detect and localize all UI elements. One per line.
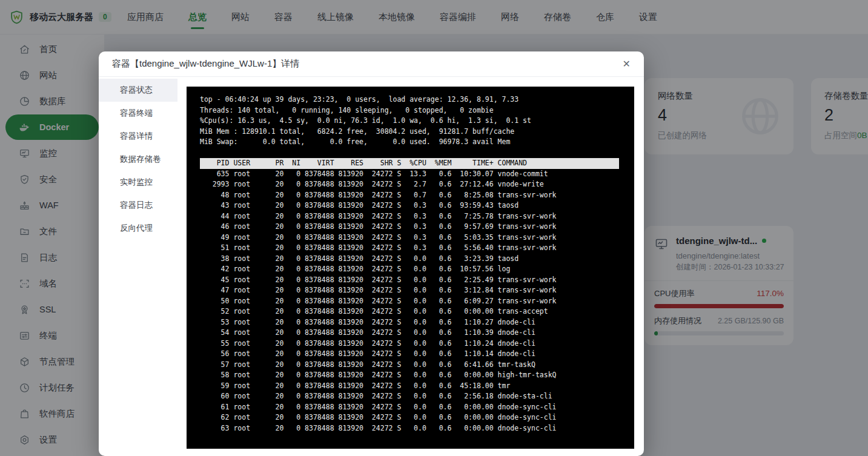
terminal-process-row: 54 root 20 0 8378488 813920 24272 S 0.0 …: [200, 328, 634, 339]
close-icon[interactable]: ✕: [623, 59, 631, 69]
terminal-line: %Cpu(s): 16.3 us, 4.5 sy, 0.0 ni, 76.3 i…: [200, 116, 634, 127]
terminal-process-row: 2993 root 20 0 8378488 813920 24272 S 2.…: [200, 179, 634, 190]
terminal-process-row: 48 root 20 0 8378488 813920 24272 S 0.7 …: [200, 190, 634, 201]
terminal-process-row: 49 root 20 0 8378488 813920 24272 S 0.3 …: [200, 233, 634, 243]
modal-menu-item[interactable]: 容器终端: [99, 102, 177, 125]
terminal-process-row: 55 root 20 0 8378488 813920 24272 S 0.0 …: [200, 339, 634, 349]
terminal-process-row: 50 root 20 0 8378488 813920 24272 S 0.0 …: [200, 296, 634, 307]
modal-menu-item[interactable]: 容器详情: [99, 125, 177, 148]
modal-header: 容器【tdengine_wjlw-tdengine_WJLw-1】详情 ✕: [99, 51, 644, 77]
terminal-line: MiB Mem : 128910.1 total, 6824.2 free, 3…: [200, 127, 634, 137]
terminal-process-row: 53 root 20 0 8378488 813920 24272 S 0.0 …: [200, 317, 634, 328]
terminal-blank-line: [200, 148, 634, 159]
terminal-process-row: 61 root 20 0 8378488 813920 24272 S 0.0 …: [200, 402, 634, 413]
terminal-process-row: 46 root 20 0 8378488 813920 24272 S 0.3 …: [200, 222, 634, 233]
terminal-process-row: 62 root 20 0 8378488 813920 24272 S 0.0 …: [200, 412, 634, 423]
modal-body: 容器状态 容器终端 容器详情 数据存储卷 实时监控 容器日志 反向代理: [99, 77, 644, 456]
container-detail-modal: 容器【tdengine_wjlw-tdengine_WJLw-1】详情 ✕ 容器…: [99, 51, 644, 456]
terminal-line: Threads: 140 total, 0 running, 140 sleep…: [200, 105, 634, 116]
modal-content: top - 06:40:24 up 39 days, 23:23, 0 user…: [177, 77, 644, 456]
terminal-process-row: 635 root 20 0 8378488 813920 24272 S 13.…: [200, 169, 634, 180]
modal-menu-item[interactable]: 数据存储卷: [99, 148, 177, 171]
app-screen: 移动云大服务器 0 应用商店 总览 网站 容器 线上镜像 本地镜像 容器编排 网…: [0, 0, 868, 456]
terminal-process-row: 45 root 20 0 8378488 813920 24272 S 0.0 …: [200, 275, 634, 286]
terminal-process-rows: 635 root 20 0 8378488 813920 24272 S 13.…: [200, 169, 634, 434]
modal-title: 容器【tdengine_wjlw-tdengine_WJLw-1】详情: [112, 58, 299, 70]
terminal-process-row: 57 root 20 0 8378488 813920 24272 S 0.0 …: [200, 360, 634, 371]
terminal-process-row: 42 root 20 0 8378488 813920 24272 S 0.0 …: [200, 264, 634, 275]
modal-menu: 容器状态 容器终端 容器详情 数据存储卷 实时监控 容器日志 反向代理: [99, 77, 177, 456]
terminal-summary: top - 06:40:24 up 39 days, 23:23, 0 user…: [200, 94, 634, 148]
terminal-line: top - 06:40:24 up 39 days, 23:23, 0 user…: [200, 94, 634, 105]
modal-menu-item[interactable]: 容器状态: [99, 79, 177, 102]
container-terminal[interactable]: top - 06:40:24 up 39 days, 23:23, 0 user…: [187, 87, 634, 449]
modal-menu-item[interactable]: 实时监控: [99, 171, 177, 194]
terminal-line: MiB Swap: 0.0 total, 0.0 free, 0.0 used.…: [200, 137, 634, 148]
terminal-process-row: 44 root 20 0 8378488 813920 24272 S 0.3 …: [200, 211, 634, 222]
terminal-process-row: 47 root 20 0 8378488 813920 24272 S 0.0 …: [200, 285, 634, 296]
terminal-process-row: 52 root 20 0 8378488 813920 24272 S 0.0 …: [200, 306, 634, 317]
terminal-process-row: 51 root 20 0 8378488 813920 24272 S 0.3 …: [200, 243, 634, 254]
terminal-table-header-row: PID USER PR NI VIRT RES SHR S %CPU %MEM …: [200, 158, 634, 169]
terminal-process-row: 60 root 20 0 8378488 813920 24272 S 0.0 …: [200, 391, 634, 402]
modal-menu-item[interactable]: 容器日志: [99, 194, 177, 217]
modal-menu-item[interactable]: 反向代理: [99, 217, 177, 240]
terminal-process-row: 59 root 20 0 8378488 813920 24272 S 0.0 …: [200, 381, 634, 392]
terminal-process-row: 58 root 20 0 8378488 813920 24272 S 0.0 …: [200, 370, 634, 381]
terminal-process-row: 56 root 20 0 8378488 813920 24272 S 0.0 …: [200, 349, 634, 360]
terminal-process-row: 63 root 20 0 8378488 813920 24272 S 0.0 …: [200, 423, 634, 434]
terminal-process-row: 43 root 20 0 8378488 813920 24272 S 0.3 …: [200, 200, 634, 211]
terminal-process-row: 38 root 20 0 8378488 813920 24272 S 0.0 …: [200, 254, 634, 265]
